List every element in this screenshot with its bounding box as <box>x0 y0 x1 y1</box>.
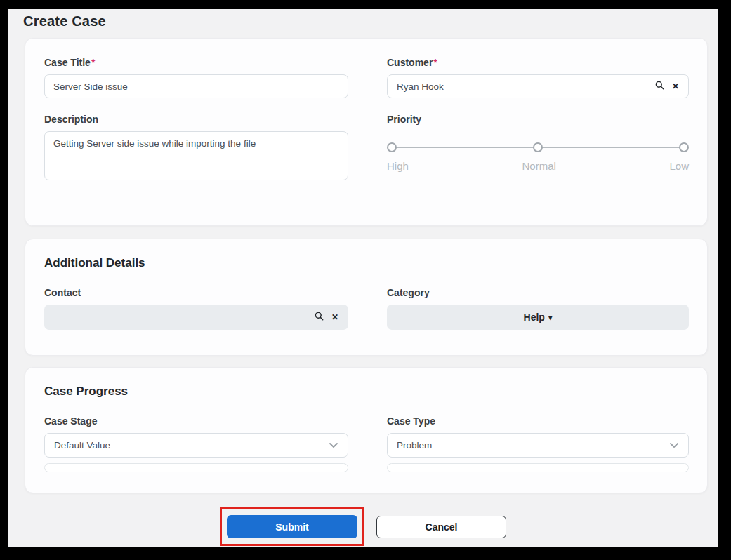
additional-details-card: Additional Details Contact ✕ Category <box>25 239 708 356</box>
customer-clear-button[interactable]: ✕ <box>672 82 679 91</box>
case-type-label: Case Type <box>387 415 689 427</box>
customer-label: Customer* <box>387 57 689 68</box>
description-label: Description <box>44 114 348 125</box>
submit-button[interactable]: Submit <box>227 515 357 538</box>
caret-down-icon: ▾ <box>548 314 553 321</box>
required-marker: * <box>91 57 95 68</box>
priority-slider-labels: High Normal Low <box>387 160 689 172</box>
case-title-label: Case Title* <box>44 57 348 68</box>
case-stage-extra-field-cutoff[interactable] <box>44 463 348 472</box>
case-progress-card: Case Progress Case Stage Default Value C… <box>25 367 708 493</box>
customer-label-text: Customer <box>387 57 433 68</box>
contact-lookup-field[interactable]: ✕ <box>44 305 348 330</box>
case-title-label-text: Case Title <box>44 57 91 68</box>
case-stage-value: Default Value <box>54 440 110 451</box>
case-stage-field-group: Case Stage Default Value <box>44 415 348 472</box>
contact-search-button[interactable] <box>315 312 324 323</box>
chevron-down-icon <box>329 440 338 451</box>
contact-field-group: Contact ✕ <box>44 287 348 330</box>
chevron-down-icon <box>669 440 679 451</box>
case-stage-select[interactable]: Default Value <box>44 433 348 458</box>
case-title-input[interactable] <box>44 74 348 98</box>
cancel-button[interactable]: Cancel <box>376 516 506 538</box>
case-type-field-group: Case Type Problem <box>387 415 689 472</box>
customer-input[interactable] <box>397 81 647 92</box>
case-title-field-group: Case Title* <box>44 57 348 98</box>
contact-label: Contact <box>44 287 348 298</box>
page-title: Create Case <box>23 13 718 29</box>
priority-field-group: Priority High Normal Low <box>387 114 689 183</box>
case-type-select[interactable]: Problem <box>387 433 689 458</box>
search-icon <box>315 312 324 323</box>
category-label: Category <box>387 287 689 298</box>
customer-field-group: Customer* ✕ <box>387 57 689 98</box>
case-details-card: Case Title* Customer* ✕ <box>25 38 708 226</box>
priority-label-normal: Normal <box>522 160 555 172</box>
search-icon <box>655 81 664 92</box>
description-field-group: Description Getting Server side issue wh… <box>44 114 348 183</box>
priority-slider <box>387 142 689 153</box>
category-dropdown-button[interactable]: Help ▾ <box>387 305 689 330</box>
case-stage-label: Case Stage <box>44 415 348 427</box>
clear-icon: ✕ <box>331 313 338 321</box>
priority-stop-low[interactable] <box>679 142 689 152</box>
category-field-group: Category Help ▾ <box>387 287 689 330</box>
case-progress-heading: Case Progress <box>44 385 687 399</box>
contact-clear-button[interactable]: ✕ <box>331 313 338 321</box>
priority-label-high: High <box>387 160 409 172</box>
case-type-value: Problem <box>397 440 432 451</box>
priority-stop-normal[interactable] <box>533 142 543 152</box>
additional-details-heading: Additional Details <box>44 256 687 270</box>
submit-annotation-highlight: Submit <box>220 507 364 546</box>
priority-label-low: Low <box>669 160 689 172</box>
priority-stop-high[interactable] <box>387 142 397 152</box>
form-actions: Submit Cancel <box>8 507 718 546</box>
customer-lookup-field: ✕ <box>387 74 689 98</box>
category-value: Help <box>524 312 545 323</box>
priority-label: Priority <box>387 114 689 125</box>
clear-icon: ✕ <box>672 82 679 91</box>
customer-search-button[interactable] <box>655 81 664 92</box>
case-type-extra-field-cutoff[interactable] <box>387 463 689 472</box>
page-background: Create Case Case Title* Customer* ✕ <box>8 9 718 547</box>
description-textarea[interactable]: Getting Server side issue while importin… <box>44 131 348 180</box>
required-marker: * <box>433 57 437 68</box>
